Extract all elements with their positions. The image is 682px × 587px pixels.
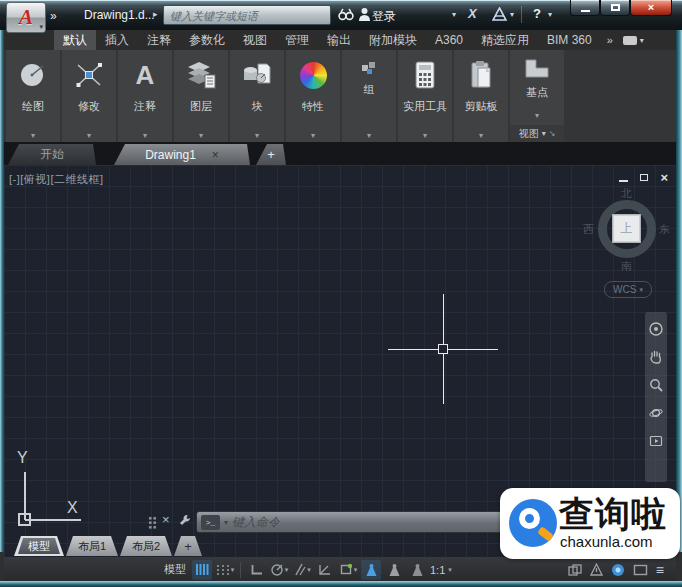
compass-east[interactable]: 东 — [659, 222, 670, 237]
viewport-menu-control[interactable]: [-] — [9, 173, 20, 185]
clean-screen-icon[interactable] — [633, 564, 648, 576]
ribbon-tab-featured-apps[interactable]: 精选应用 — [472, 30, 538, 50]
ribbon-tab-bim360[interactable]: BIM 360 — [538, 30, 601, 50]
polar-tracking-toggle[interactable]: ▾ — [269, 560, 289, 580]
command-prompt-icon[interactable]: >_ — [201, 515, 220, 530]
panel-group[interactable]: 组 ▾ — [342, 50, 396, 142]
panel-flyout-icon[interactable]: ▾ — [510, 111, 564, 120]
viewport-minimize-icon[interactable] — [619, 180, 628, 182]
panel-clipboard[interactable]: 剪贴板 ▾ — [454, 50, 508, 142]
panel-flyout-icon[interactable]: ▾ — [398, 131, 452, 140]
a360-connect-icon[interactable] — [492, 7, 507, 25]
search-binoculars-icon[interactable] — [338, 7, 354, 26]
visual-style-control[interactable]: [二维线框] — [50, 173, 103, 185]
object-snap-toggle[interactable]: ▾ — [338, 560, 358, 580]
panel-basepoint[interactable]: 基点 ▾ 视图 ▾ ↘ — [510, 50, 564, 142]
ribbon-tab-output[interactable]: 输出 — [318, 30, 360, 50]
command-input[interactable] — [232, 515, 517, 529]
panel-flyout-icon[interactable]: ▾ — [342, 131, 396, 140]
file-tab-drawing1[interactable]: Drawing1 × — [114, 144, 250, 165]
annotation-scale-value[interactable]: 1:1 — [430, 564, 445, 576]
search-input[interactable] — [164, 7, 330, 25]
pan-hand-icon[interactable] — [649, 350, 663, 364]
new-layout-button[interactable]: + — [174, 536, 202, 556]
panel-draw[interactable]: 绘图 ▾ — [6, 50, 60, 142]
isolate-objects-icon[interactable] — [568, 564, 582, 576]
wcs-dropdown[interactable]: WCS ▾ — [604, 281, 652, 298]
command-dock-grip[interactable] — [148, 516, 157, 530]
compass-north[interactable]: 北 — [621, 186, 632, 201]
quick-access-overflow-button[interactable]: » — [50, 9, 57, 23]
grid-display-toggle[interactable] — [192, 560, 212, 580]
application-menu-button[interactable]: A ▾ — [6, 2, 46, 33]
showmotion-icon[interactable] — [649, 434, 663, 448]
panel-flyout-icon[interactable]: ▾ — [174, 131, 228, 140]
user-icon[interactable] — [358, 7, 371, 26]
scale-chevron-icon[interactable]: ▾ — [448, 566, 452, 574]
ribbon-tab-manage[interactable]: 管理 — [276, 30, 318, 50]
panel-flyout-icon[interactable]: ▾ — [62, 131, 116, 140]
graphics-performance-icon[interactable] — [590, 563, 603, 576]
viewcube-top-face[interactable]: 上 — [612, 214, 641, 243]
sign-in-chevron-icon[interactable]: ▾ — [452, 10, 456, 19]
layout-tab-model[interactable]: 模型 — [14, 536, 64, 556]
autodesk-exchange-icon[interactable]: X — [468, 6, 477, 21]
view-control[interactable]: [俯视] — [20, 173, 50, 185]
minimize-button[interactable] — [570, 0, 600, 16]
ribbon-tab-default[interactable]: 默认 — [54, 30, 96, 50]
file-tab-start[interactable]: 开始 — [8, 144, 96, 165]
viewport-restore-icon[interactable] — [640, 174, 648, 181]
panel-flyout-icon[interactable]: ▾ — [286, 131, 340, 140]
ribbon-tab-addins[interactable]: 附加模块 — [360, 30, 426, 50]
panel-layers[interactable]: 图层 ▾ — [174, 50, 228, 142]
panel-launcher-icon[interactable]: ↘ — [549, 129, 556, 138]
ribbon-display-toggle[interactable]: ▾ — [619, 30, 648, 50]
panel-annotate[interactable]: A 注释 ▾ — [118, 50, 172, 142]
maximize-button[interactable] — [600, 0, 630, 16]
command-dock-close-icon[interactable]: × — [162, 512, 170, 527]
ribbon-tab-view[interactable]: 视图 — [234, 30, 276, 50]
compass-west[interactable]: 西 — [583, 222, 594, 237]
snap-mode-toggle[interactable]: ▾ — [215, 560, 235, 580]
compass-south[interactable]: 南 — [621, 259, 632, 274]
annotation-visibility-toggle[interactable] — [361, 560, 381, 580]
zoom-icon[interactable] — [649, 378, 663, 392]
panel-flyout-icon[interactable]: ▾ — [454, 131, 508, 140]
annotation-autoscale-toggle[interactable] — [384, 560, 404, 580]
orbit-icon[interactable] — [649, 406, 663, 420]
layout-tab-layout2[interactable]: 布局2 — [120, 536, 172, 556]
view-panel-title[interactable]: 视图 ▾ ↘ — [510, 125, 564, 142]
panel-block[interactable]: 块 ▾ — [230, 50, 284, 142]
ribbon-tab-a360[interactable]: A360 — [426, 30, 472, 50]
customization-menu-icon[interactable]: ≡ — [656, 562, 664, 578]
model-space-button[interactable]: 模型 — [164, 562, 186, 577]
panel-flyout-icon[interactable]: ▾ — [6, 131, 60, 140]
panel-utilities[interactable]: 实用工具 ▾ — [398, 50, 452, 142]
viewport-close-icon[interactable]: × — [660, 171, 668, 184]
ribbon-tab-parametric[interactable]: 参数化 — [180, 30, 234, 50]
help-chevron-icon[interactable]: ▾ — [548, 10, 552, 19]
new-drawing-tab-button[interactable]: + — [256, 144, 286, 165]
object-snap-tracking-toggle[interactable] — [315, 560, 335, 580]
close-button[interactable]: × — [630, 0, 672, 16]
quick-access-expand-icon[interactable]: ▸ — [153, 9, 158, 19]
file-tab-close-icon[interactable]: × — [212, 148, 219, 162]
ribbon-tab-annotate[interactable]: 注释 — [138, 30, 180, 50]
panel-flyout-icon[interactable]: ▾ — [230, 131, 284, 140]
hardware-acceleration-icon[interactable] — [611, 563, 625, 577]
layout-tab-layout1[interactable]: 布局1 — [66, 536, 118, 556]
help-icon[interactable]: ? — [533, 6, 541, 21]
annotation-scale-icon[interactable] — [407, 560, 427, 580]
isometric-drafting-toggle[interactable]: ▾ — [292, 560, 312, 580]
panel-properties[interactable]: 特性 ▾ — [286, 50, 340, 142]
full-navigation-wheel-icon[interactable] — [649, 322, 663, 336]
ribbon-tab-insert[interactable]: 插入 — [96, 30, 138, 50]
recent-commands-chevron-icon[interactable]: ▾ — [224, 518, 228, 527]
sign-in-button[interactable]: 登录 — [372, 8, 396, 25]
a360-chevron-icon[interactable]: ▾ — [510, 10, 514, 19]
ortho-mode-toggle[interactable] — [246, 560, 266, 580]
panel-modify[interactable]: 修改 ▾ — [62, 50, 116, 142]
panel-flyout-icon[interactable]: ▾ — [118, 131, 172, 140]
command-customize-wrench-icon[interactable] — [178, 513, 192, 531]
ribbon-tabs-overflow-icon[interactable]: » — [601, 30, 619, 50]
